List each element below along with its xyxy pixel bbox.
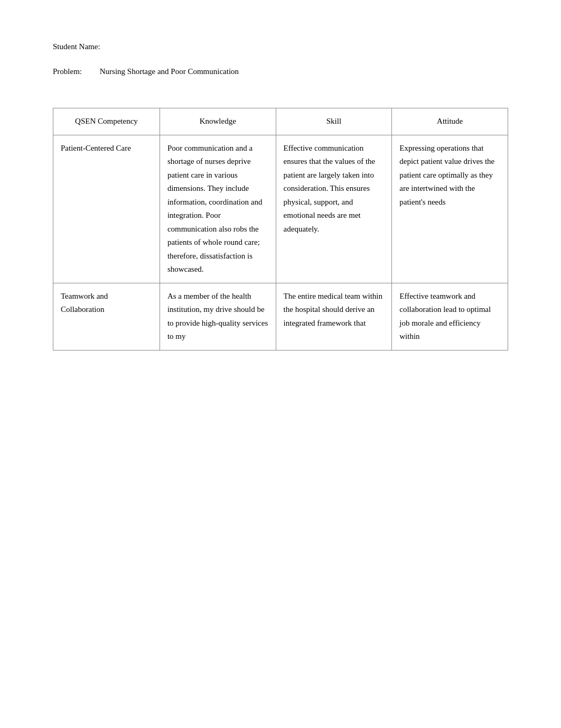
table-row: Teamwork and CollaborationAs a member of…	[53, 283, 508, 350]
problem-label: Problem:	[53, 67, 82, 76]
qsen-table: QSEN Competency Knowledge Skill Attitude…	[53, 108, 508, 351]
attitude-cell: Expressing operations that depict patien…	[392, 135, 508, 283]
problem-value: Nursing Shortage and Poor Communication	[100, 67, 239, 76]
knowledge-cell: As a member of the health institution, m…	[160, 283, 276, 350]
header-section: Student Name: Problem: Nursing Shortage …	[53, 42, 508, 76]
col-header-knowledge: Knowledge	[160, 108, 276, 135]
competency-cell: Patient-Centered Care	[53, 135, 160, 283]
table-row: Patient-Centered CarePoor communication …	[53, 135, 508, 283]
problem-line: Problem: Nursing Shortage and Poor Commu…	[53, 67, 508, 76]
knowledge-cell: Poor communication and a shortage of nur…	[160, 135, 276, 283]
col-header-attitude: Attitude	[392, 108, 508, 135]
attitude-cell: Effective teamwork and collaboration lea…	[392, 283, 508, 350]
col-header-skill: Skill	[276, 108, 392, 135]
col-header-competency: QSEN Competency	[53, 108, 160, 135]
student-name-line: Student Name:	[53, 42, 508, 51]
student-name-label: Student Name:	[53, 42, 100, 51]
skill-cell: Effective communication ensures that the…	[276, 135, 392, 283]
skill-cell: The entire medical team within the hospi…	[276, 283, 392, 350]
table-header-row: QSEN Competency Knowledge Skill Attitude	[53, 108, 508, 135]
competency-cell: Teamwork and Collaboration	[53, 283, 160, 350]
